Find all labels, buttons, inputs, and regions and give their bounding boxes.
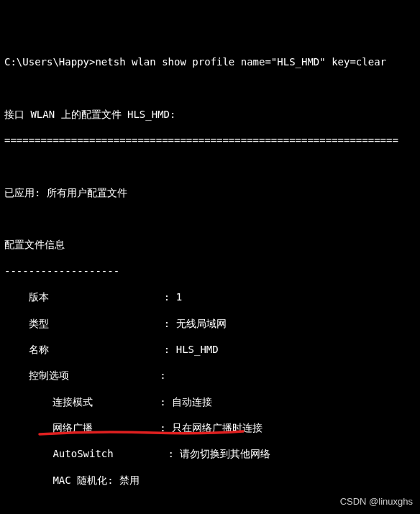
divider: ========================================… <box>4 134 416 147</box>
applied: 已应用: 所有用户配置文件 <box>4 186 416 199</box>
row-ctrl: 控制选项 : <box>4 369 416 382</box>
profile-info-title: 配置文件信息 <box>4 238 416 251</box>
watermark: CSDN @linuxghs <box>340 496 413 508</box>
blank <box>4 81 416 94</box>
blank <box>4 160 416 173</box>
row-conn-mode: 连接模式 : 自动连接 <box>4 395 416 408</box>
command-prompt-line: C:\Users\Happy>netsh wlan show profile n… <box>4 55 416 68</box>
row-broadcast: 网络广播 : 只在网络广播时连接 <box>4 421 416 434</box>
row-autoswitch: AutoSwitch : 请勿切换到其他网络 <box>4 447 416 460</box>
red-underline-annotation <box>26 413 234 421</box>
interface-header: 接口 WLAN 上的配置文件 HLS_HMD: <box>4 108 416 121</box>
row-mac: MAC 随机化: 禁用 <box>4 474 416 487</box>
row-type: 类型 : 无线局域网 <box>4 317 416 330</box>
row-version: 版本 : 1 <box>4 290 416 303</box>
row-name: 名称 : HLS_HMD <box>4 343 416 356</box>
blank <box>4 212 416 225</box>
dashes: ------------------- <box>4 265 416 277</box>
